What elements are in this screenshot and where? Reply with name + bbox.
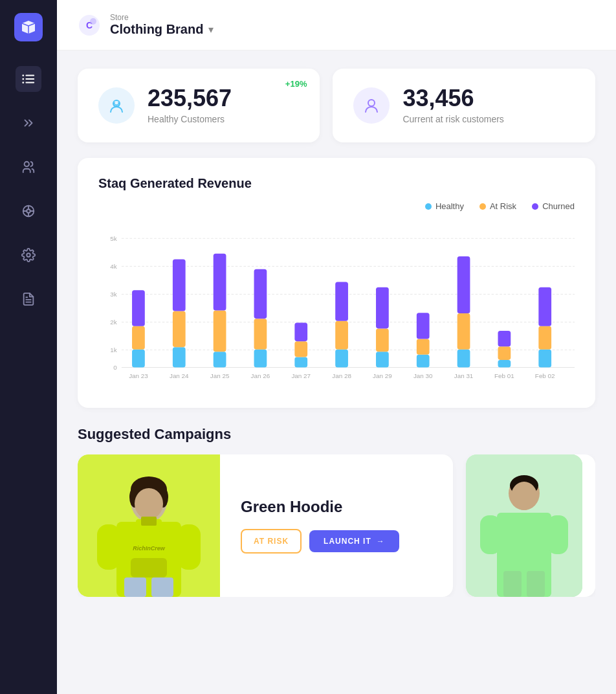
campaigns-title: Suggested Campaigns (78, 426, 595, 443)
revenue-chart-card: Staq Generated Revenue Healthy At Risk C… (78, 158, 595, 408)
svg-point-13 (27, 253, 30, 257)
store-label: Store (110, 13, 214, 22)
svg-point-5 (22, 82, 24, 84)
svg-rect-62 (498, 360, 511, 368)
svg-point-3 (22, 74, 24, 76)
campaign-name-1: Green Hoodie (241, 498, 399, 516)
svg-point-4 (22, 78, 24, 80)
svg-text:Jan 29: Jan 29 (373, 372, 392, 379)
svg-rect-91 (124, 577, 146, 597)
svg-rect-65 (538, 350, 551, 368)
svg-text:Jan 26: Jan 26 (251, 372, 270, 379)
svg-rect-38 (173, 347, 186, 367)
sidebar-item-dashboard[interactable] (16, 66, 41, 92)
svg-rect-57 (417, 339, 430, 355)
svg-rect-90 (141, 517, 157, 526)
svg-point-84 (135, 488, 163, 519)
svg-rect-41 (214, 352, 226, 367)
svg-rect-63 (498, 346, 511, 360)
atrisk-button-1[interactable]: AT RISK (241, 529, 302, 554)
svg-text:0: 0 (113, 364, 117, 371)
healthy-dot (425, 203, 432, 210)
campaign-info-1: Green Hoodie AT RISK LAUNCH IT → (220, 480, 420, 572)
svg-rect-51 (335, 321, 348, 350)
svg-text:Feb 01: Feb 01 (494, 372, 514, 379)
svg-text:Jan 27: Jan 27 (291, 372, 311, 379)
svg-text:2k: 2k (110, 319, 116, 326)
legend-healthy-label: Healthy (435, 201, 464, 211)
svg-text:Jan 31: Jan 31 (454, 372, 474, 379)
sidebar (0, 0, 57, 694)
healthy-customers-card: 235,567 Healthy Customers +19% (78, 69, 320, 142)
svg-rect-44 (254, 350, 267, 368)
svg-text:1k: 1k (110, 346, 116, 353)
main-content: C Store Clothing Brand ▾ (57, 0, 616, 694)
svg-rect-47 (294, 357, 307, 367)
svg-point-97 (511, 482, 537, 510)
svg-rect-99 (480, 515, 501, 554)
svg-rect-102 (527, 571, 545, 597)
svg-rect-37 (132, 290, 145, 326)
atrisk-icon-wrapper (353, 87, 390, 124)
sidebar-item-settings[interactable] (16, 242, 41, 268)
svg-text:5k: 5k (110, 235, 116, 242)
campaign-image-1: RichInCrew (78, 454, 220, 597)
launch-button-1[interactable]: LAUNCH IT → (309, 530, 399, 552)
svg-rect-101 (503, 571, 522, 597)
svg-rect-54 (376, 328, 389, 352)
svg-rect-55 (376, 287, 389, 329)
svg-rect-64 (498, 331, 511, 346)
svg-text:Feb 02: Feb 02 (535, 372, 555, 379)
atrisk-dot (479, 203, 486, 210)
legend-atrisk: At Risk (479, 201, 516, 211)
healthy-icon-wrapper (98, 87, 135, 124)
chart-area: 5k 4k 3k 2k 1k 0 (98, 224, 575, 392)
svg-text:RichInCrew: RichInCrew (133, 545, 166, 552)
sidebar-item-reports[interactable] (16, 286, 41, 312)
svg-rect-36 (132, 326, 145, 350)
launch-label-1: LAUNCH IT (324, 537, 371, 546)
svg-text:Jan 28: Jan 28 (332, 372, 351, 379)
stats-row: 235,567 Healthy Customers +19% 33,456 Cu… (78, 69, 595, 142)
svg-rect-48 (294, 341, 307, 357)
svg-point-21 (118, 102, 119, 104)
sidebar-item-customers[interactable] (16, 154, 41, 180)
legend-churned: Churned (532, 201, 575, 211)
campaign-card-2 (466, 454, 595, 597)
healthy-badge: +19% (285, 79, 307, 89)
store-logo-icon: C (78, 14, 101, 37)
svg-rect-45 (254, 319, 267, 350)
healthy-stat-info: 235,567 Healthy Customers (148, 87, 232, 124)
chart-title: Staq Generated Revenue (98, 176, 575, 191)
header-text: Store Clothing Brand ▾ (110, 13, 214, 37)
svg-rect-40 (173, 260, 186, 311)
svg-rect-46 (254, 269, 267, 319)
header: C Store Clothing Brand ▾ (57, 0, 616, 50)
campaign-image-2 (466, 454, 582, 597)
sidebar-item-campaigns[interactable] (16, 110, 41, 136)
dropdown-chevron[interactable]: ▾ (208, 23, 214, 36)
svg-text:Jan 23: Jan 23 (129, 372, 148, 379)
atrisk-stat-info: 33,456 Current at risk customers (402, 87, 503, 124)
svg-rect-58 (417, 313, 430, 339)
sidebar-item-analytics[interactable] (16, 198, 41, 224)
svg-rect-53 (376, 352, 389, 367)
campaign-actions-1: AT RISK LAUNCH IT → (241, 529, 399, 554)
svg-text:Jan 25: Jan 25 (210, 372, 230, 379)
legend-atrisk-label: At Risk (490, 201, 516, 211)
svg-rect-59 (457, 350, 470, 368)
svg-rect-39 (173, 311, 186, 347)
healthy-number: 235,567 (148, 87, 232, 110)
svg-rect-92 (151, 577, 173, 597)
svg-rect-86 (97, 524, 120, 570)
svg-text:4k: 4k (110, 263, 116, 270)
churned-dot (532, 203, 538, 210)
svg-point-18 (90, 18, 96, 25)
campaign-card-1: RichInCrew Green Hoodie AT RISK LAUNCH I… (78, 454, 453, 597)
app-logo[interactable] (14, 13, 43, 41)
svg-rect-61 (457, 256, 470, 313)
svg-text:Jan 30: Jan 30 (413, 372, 433, 379)
svg-rect-35 (132, 350, 145, 368)
brand-name: Clothing Brand (110, 22, 203, 37)
healthy-label: Healthy Customers (148, 114, 232, 124)
